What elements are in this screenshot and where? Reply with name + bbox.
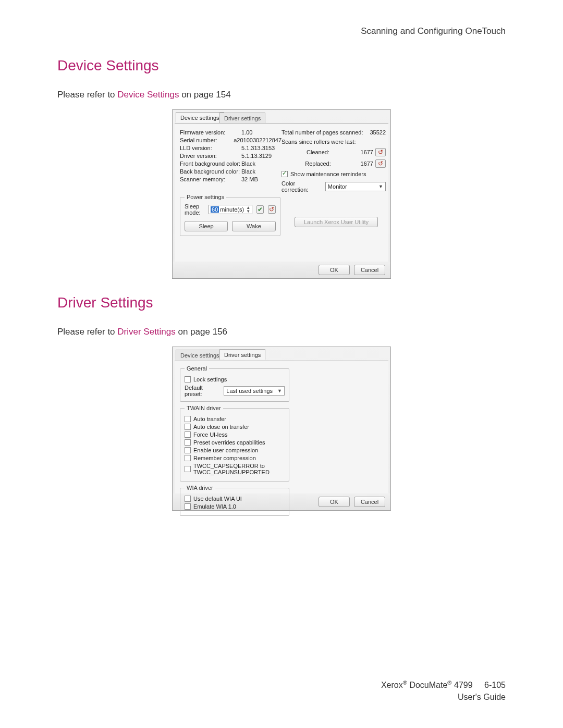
refer-suffix: on page 156	[176, 327, 227, 337]
remember-compression-label: Remember compression	[193, 455, 256, 461]
color-correction-dropdown[interactable]: Monitor ▼	[325, 182, 386, 191]
replaced-label: Replaced:	[282, 161, 354, 167]
preset-overrides-checkbox[interactable]	[185, 439, 191, 446]
wake-button[interactable]: Wake	[232, 221, 275, 231]
sleep-apply-button[interactable]: ✔	[256, 205, 264, 214]
force-uiless-checkbox[interactable]	[185, 431, 191, 438]
device-settings-dialog: Device settings Driver settings Firmware…	[172, 109, 391, 279]
firmware-value: 1.00	[241, 129, 252, 135]
remember-compression-checkbox[interactable]	[185, 455, 191, 461]
driver-version-value: 5.1.13.3129	[241, 153, 272, 159]
footer-line2: User's Guide	[381, 692, 506, 703]
refer-driver: Please refer to Driver Settings on page …	[57, 327, 506, 337]
lock-settings-label: Lock settings	[193, 376, 227, 382]
auto-close-label: Auto close on transfer	[193, 424, 249, 430]
footer-page: 6-105	[484, 681, 506, 689]
refer-suffix: on page 154	[179, 90, 230, 100]
driver-settings-dialog: Device settings Driver settings General …	[172, 347, 391, 511]
driver-version-label: Driver version:	[180, 153, 241, 159]
cancel-button-2[interactable]: Cancel	[354, 497, 385, 507]
default-preset-label: Default preset:	[185, 385, 221, 397]
footer-brand1: Xerox	[381, 681, 403, 689]
sleep-mode-value: 60	[211, 206, 219, 213]
firmware-label: Firmware version:	[180, 129, 241, 135]
reminders-checkbox[interactable]	[282, 171, 288, 177]
cleaned-value: 1677	[354, 149, 373, 155]
total-scanned-value: 35522	[367, 129, 386, 135]
front-bg-value: Black	[241, 161, 255, 167]
ok-button-2[interactable]: OK	[319, 497, 350, 507]
memory-value: 32 MB	[241, 176, 258, 182]
reset-cleaned-button[interactable]: ↺	[375, 148, 386, 156]
cleaned-label: Cleaned:	[282, 149, 354, 155]
default-wia-ui-label: Use default WIA UI	[193, 496, 242, 502]
since-rollers-label: Scans since rollers were last:	[282, 139, 356, 145]
lld-label: LLD version:	[180, 145, 241, 151]
footer-model: 4799	[452, 681, 473, 689]
serial-label: Serial number:	[180, 137, 234, 143]
serial-value: a20100302212847	[234, 137, 282, 143]
auto-transfer-label: Auto transfer	[193, 416, 226, 422]
user-compression-checkbox[interactable]	[185, 447, 191, 453]
tab-device-settings[interactable]: Device settings	[176, 112, 224, 122]
refer-device: Please refer to Device Settings on page …	[57, 90, 506, 100]
default-wia-ui-checkbox[interactable]	[185, 496, 191, 502]
section-title-driver: Driver Settings	[57, 294, 506, 311]
replaced-value: 1677	[354, 161, 373, 167]
ok-button[interactable]: OK	[319, 265, 350, 275]
section-title-device: Device Settings	[57, 57, 506, 74]
auto-transfer-checkbox[interactable]	[185, 416, 191, 422]
footer-brand2: DocuMate	[407, 681, 447, 689]
total-scanned-label: Total number of pages scanned:	[282, 129, 363, 135]
refer-link-driver[interactable]: Driver Settings	[117, 327, 175, 337]
refer-prefix: Please refer to	[57, 327, 117, 337]
twcc-error-label: TWCC_CAPSEQERROR to TWCC_CAPUNSUPPORTED	[193, 463, 285, 475]
page-header: Scanning and Configuring OneTouch	[57, 26, 506, 36]
chevron-down-icon: ▼	[378, 184, 383, 189]
twcc-error-checkbox[interactable]	[185, 466, 191, 472]
default-preset-value: Last used settings	[226, 388, 273, 394]
launch-utility-button[interactable]: Launch Xerox User Utility	[295, 217, 378, 227]
color-correction-label: Color correction:	[282, 180, 322, 193]
cancel-button[interactable]: Cancel	[354, 265, 385, 275]
page-footer: Xerox® DocuMate® 4799 6-105 User's Guide	[381, 679, 506, 703]
sleep-mode-spinner[interactable]: 60 minute(s) ▲▼	[209, 205, 252, 214]
sleep-mode-unit: minute(s)	[220, 206, 244, 213]
sleep-button[interactable]: Sleep	[185, 221, 228, 231]
wia-legend: WIA driver	[185, 485, 215, 491]
twain-legend: TWAIN driver	[185, 405, 223, 411]
tab-device-settings-2[interactable]: Device settings	[176, 350, 224, 360]
lock-settings-checkbox[interactable]	[185, 376, 191, 382]
reset-replaced-button[interactable]: ↺	[375, 159, 386, 168]
preset-overrides-label: Preset overrides capabilities	[193, 439, 265, 446]
emulate-wia-label: Emulate WIA 1.0	[193, 503, 236, 510]
reminders-label: Show maintenance reminders	[290, 171, 366, 177]
refer-prefix: Please refer to	[57, 90, 117, 100]
emulate-wia-checkbox[interactable]	[185, 503, 191, 510]
force-uiless-label: Force UI-less	[193, 431, 227, 438]
default-preset-dropdown[interactable]: Last used settings ▼	[224, 386, 285, 396]
auto-close-checkbox[interactable]	[185, 424, 191, 430]
front-bg-label: Front background color:	[180, 161, 241, 167]
tab-driver-settings[interactable]: Driver settings	[219, 113, 265, 123]
back-bg-label: Back background color:	[180, 168, 241, 175]
chevron-down-icon: ▼	[277, 388, 282, 393]
refer-link-device[interactable]: Device Settings	[117, 90, 179, 100]
memory-label: Scanner memory:	[180, 176, 241, 182]
back-bg-value: Black	[241, 168, 255, 175]
sleep-mode-label: Sleep mode:	[185, 203, 206, 216]
general-legend: General	[185, 365, 209, 372]
color-correction-value: Monitor	[328, 183, 347, 190]
tab-driver-settings-2[interactable]: Driver settings	[219, 349, 265, 360]
lld-value: 5.1.313.3153	[241, 145, 275, 151]
sleep-reset-button[interactable]: ↺	[268, 205, 275, 214]
power-settings-legend: Power settings	[185, 194, 226, 200]
user-compression-label: Enable user compression	[193, 447, 258, 453]
